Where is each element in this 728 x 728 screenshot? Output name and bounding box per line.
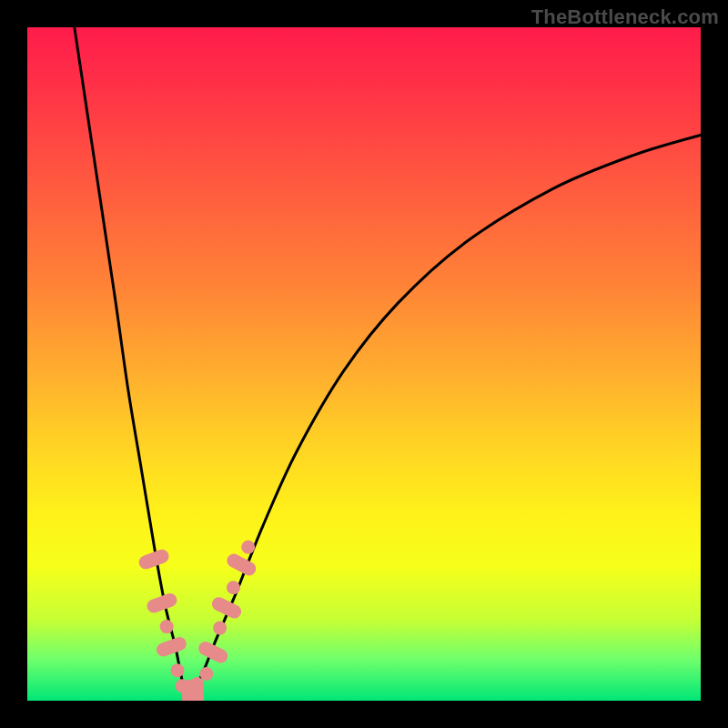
curve-markers <box>137 541 258 701</box>
marker-dot <box>241 541 255 554</box>
curve-layer <box>27 27 701 701</box>
marker-dot <box>213 622 227 635</box>
marker-dot <box>227 581 240 594</box>
series-right-branch <box>189 135 701 701</box>
plot-area <box>27 27 701 701</box>
watermark-text: TheBottleneck.com <box>531 5 719 29</box>
marker-dot <box>171 663 185 677</box>
marker-dot <box>160 620 174 633</box>
marker-capsule <box>190 677 204 701</box>
marker-capsule <box>225 551 258 578</box>
marker-dot <box>199 667 213 681</box>
chart-stage: TheBottleneck.com <box>0 0 728 728</box>
marker-capsule <box>155 635 188 659</box>
